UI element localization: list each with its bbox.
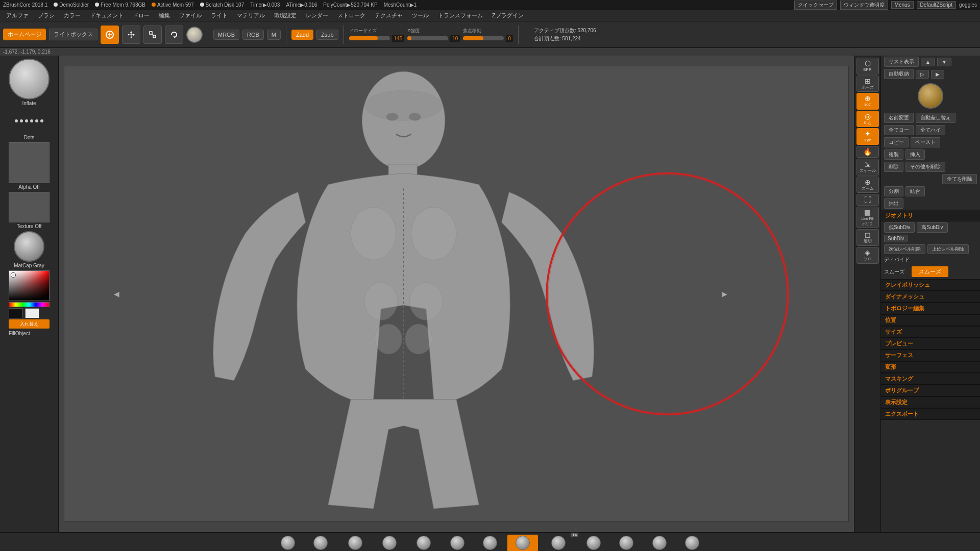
bottom-tool-select-rect[interactable]: SelectRect [677, 535, 707, 552]
delete-all-btn[interactable]: 全てを削除 [942, 174, 977, 184]
delete-others-btn[interactable]: その他を削除 [905, 162, 945, 172]
arrow-up-btn[interactable]: ▲ [921, 58, 935, 66]
copy-btn[interactable]: コピー [884, 137, 909, 147]
insert-btn[interactable]: 挿入 [905, 149, 925, 160]
menu-item-マテリアル[interactable]: マテリアル [233, 11, 269, 20]
masking-section[interactable]: マスキング [881, 373, 980, 385]
topology-section[interactable]: トポロジー編集 [881, 303, 980, 314]
menu-item-ツール[interactable]: ツール [408, 11, 433, 20]
bottom-tool-select-lasso[interactable]: SelectLasso [644, 535, 675, 552]
zsub-btn[interactable]: Zsub [316, 30, 338, 40]
color-gradient[interactable] [9, 270, 50, 301]
rotate-mode-btn[interactable] [165, 26, 183, 44]
upper-subdiv-delete-btn[interactable]: 上位レベル削除 [927, 244, 969, 254]
menu-item-アルファ[interactable]: アルファ [2, 11, 33, 20]
geometry-section[interactable]: ジオメトリ [881, 210, 980, 221]
combine-btn[interactable]: 結合 [905, 186, 925, 196]
menu-item-カラー[interactable]: カラー [60, 11, 85, 20]
quick-save-btn[interactable]: クイックセーブ [794, 1, 837, 10]
tool-thumbnail[interactable] [918, 83, 943, 109]
menu-item-ファイル[interactable]: ファイル [175, 11, 206, 20]
pose-btn[interactable]: ⊞ ポーズ [856, 76, 879, 92]
menu-item-テクスチャ[interactable]: テクスチャ [371, 11, 407, 20]
dynamesh-section[interactable]: ダイナメッシュ [881, 291, 980, 303]
zoom-btn[interactable]: ⊕ ズーム [856, 177, 879, 193]
swatch-white[interactable] [25, 308, 39, 318]
preview-section[interactable]: プレビュー [881, 338, 980, 349]
duplicate-btn[interactable]: 複製 [884, 149, 903, 160]
left-panel-toggle[interactable]: ◀ [114, 290, 119, 298]
bottom-tool-hpolish[interactable]: hPolish [442, 535, 473, 552]
arrow-right-btn[interactable]: ▶ [931, 70, 944, 79]
mrgb-btn[interactable]: MRGB [213, 30, 239, 40]
window-transparent-btn[interactable]: ウィンドウ透明度 [840, 1, 888, 10]
menu-item-ドロー[interactable]: ドロー [129, 11, 154, 20]
bpr-btn[interactable]: ⬡ BPR [856, 58, 879, 74]
swap-btn[interactable]: 入れ替え [9, 319, 50, 329]
menu-item-ドキュメント[interactable]: ドキュメント [86, 11, 128, 20]
expand-btn[interactable]: ⛶ [856, 194, 879, 206]
menu-item-環境設定[interactable]: 環境設定 [270, 11, 301, 20]
menu-item-レンダー[interactable]: レンダー [302, 11, 332, 20]
bottom-tool-move[interactable]: Move [374, 535, 405, 552]
scale-mode-btn[interactable] [143, 26, 162, 44]
export-section[interactable]: エクスポート [881, 408, 980, 420]
all-low-btn[interactable]: 全てロー [884, 125, 914, 135]
z-intensity-track[interactable] [407, 36, 448, 40]
fill-object-label[interactable]: FillObject [9, 331, 50, 336]
focal-shift-track[interactable] [463, 36, 504, 40]
arrow-down-btn[interactable]: ▼ [937, 58, 951, 66]
bottom-tool-standard[interactable]: Standard [305, 535, 336, 552]
display-settings-section[interactable]: 表示設定 [881, 396, 980, 408]
brush-preview[interactable] [9, 59, 50, 99]
transparent-btn[interactable]: ◻ 透明 [856, 229, 879, 246]
bottom-tool-pinch[interactable]: Pinch [475, 535, 505, 552]
menu-item-ブラシ[interactable]: ブラシ [34, 11, 59, 20]
deform-section[interactable]: 変形 [881, 361, 980, 373]
default-zscript-btn[interactable]: DefaultZScript [917, 1, 956, 9]
delete-btn[interactable]: 削除 [884, 162, 903, 172]
solo-btn[interactable]: ◈ ソロ [856, 247, 879, 264]
scale-btn[interactable]: ⇲ スケール [856, 159, 879, 176]
lightbox-btn[interactable]: ライトボックス [49, 29, 97, 40]
surface-section[interactable]: サーフェス [881, 349, 980, 361]
move-mode-btn[interactable] [122, 26, 140, 44]
size-section[interactable]: サイズ [881, 326, 980, 338]
bottom-tool-transpose[interactable]: Transpose [611, 535, 642, 552]
dots-preview[interactable] [9, 108, 50, 134]
alpha-preview[interactable] [9, 142, 50, 183]
canvas-area[interactable]: ◀ ▶ [59, 56, 854, 532]
bottom-tool-inflate[interactable]: Inflate [507, 535, 538, 552]
list-view-btn[interactable]: リスト表示 [884, 57, 919, 67]
zadd-btn[interactable]: Zadd [291, 30, 313, 40]
draw-size-track[interactable] [349, 36, 390, 40]
name-change-btn[interactable]: 名前変更 [884, 113, 914, 123]
position-section[interactable]: 位置 [881, 314, 980, 326]
107-btn[interactable]: ⊕ 107 [856, 93, 879, 110]
m-btn[interactable]: M [267, 30, 281, 40]
menu-item-Zプラグイン[interactable]: Zプラグイン [488, 11, 528, 20]
texture-preview[interactable] [9, 192, 50, 222]
bottom-tool-dam-standard[interactable]: DamStandard [338, 535, 373, 552]
material-sphere[interactable] [186, 27, 203, 43]
divide-btn[interactable]: 分割 [884, 186, 903, 196]
bottom-tool-trim-dynamic[interactable]: TrimDynamic [407, 535, 440, 552]
clay-polish-section[interactable]: クレイポリッシュ [881, 279, 980, 291]
smooth-btn[interactable]: スムーズ [912, 266, 948, 277]
bottom-tool-clay-buildup[interactable]: ClayBuildup [273, 535, 303, 552]
auto-replace-btn[interactable]: 自動差し替え [916, 113, 955, 123]
arrow-right-in-btn[interactable]: ▷ [916, 70, 929, 79]
swatch-black[interactable] [9, 308, 23, 318]
auto-save-btn[interactable]: 自動収納 [884, 69, 914, 79]
paste-btn[interactable]: ペースト [911, 137, 940, 147]
lower-subdiv-delete-btn[interactable]: 次位レベル削除 [884, 244, 925, 254]
rgb-btn[interactable]: RGB [242, 30, 264, 40]
color-hue-bar[interactable] [9, 302, 50, 307]
matcap-preview[interactable] [14, 231, 44, 262]
xyz-btn[interactable]: ✦ Xyz [856, 128, 879, 145]
extract-btn[interactable]: 抽出 [884, 198, 903, 209]
line-fill-btn[interactable]: ▦ Line Fillポリフ [856, 207, 879, 228]
low-subdiv-btn[interactable]: 低SubDiv [884, 222, 915, 233]
high-subdiv-btn[interactable]: 高SubDiv [917, 222, 947, 233]
polygroup-section[interactable]: ポリグループ [881, 385, 980, 396]
